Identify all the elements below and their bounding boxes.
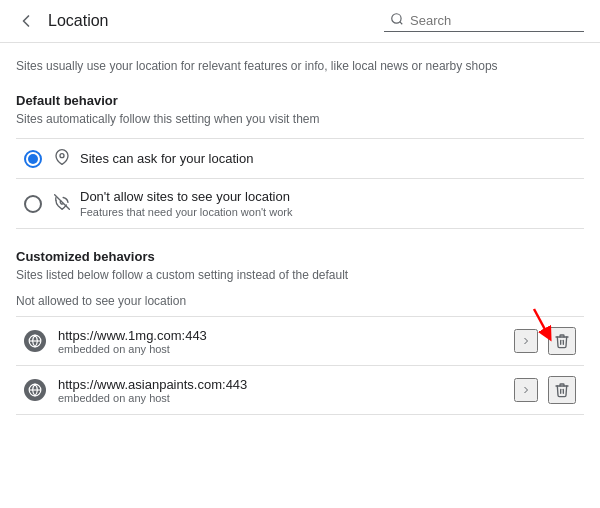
expand-button-1mg[interactable] bbox=[514, 329, 538, 353]
page-header: Location bbox=[0, 0, 600, 43]
location-pin-icon bbox=[54, 149, 70, 168]
expand-button-asianpaints[interactable] bbox=[514, 378, 538, 402]
svg-line-1 bbox=[400, 22, 403, 25]
page-description: Sites usually use your location for rele… bbox=[16, 57, 584, 75]
delete-button-1mg[interactable] bbox=[548, 327, 576, 355]
svg-point-2 bbox=[60, 154, 64, 158]
site-list: https://www.1mg.com:443 embedded on any … bbox=[16, 316, 584, 415]
default-behavior-subtitle: Sites automatically follow this setting … bbox=[16, 112, 584, 126]
site-actions-1mg bbox=[514, 327, 576, 355]
customized-title: Customized behaviors bbox=[16, 249, 584, 264]
radio-option-deny[interactable]: Don't allow sites to see your location F… bbox=[16, 179, 584, 229]
back-button[interactable] bbox=[16, 11, 36, 31]
radio-group: Sites can ask for your location Don' bbox=[16, 138, 584, 229]
radio-circle-deny bbox=[24, 195, 42, 213]
radio-option-allow-text: Sites can ask for your location bbox=[80, 151, 253, 166]
site-info-asianpaints: https://www.asianpaints.com:443 embedded… bbox=[58, 377, 514, 404]
site-url-1mg: https://www.1mg.com:443 bbox=[58, 328, 514, 343]
site-item-1mg: https://www.1mg.com:443 embedded on any … bbox=[16, 317, 584, 366]
radio-circle-allow bbox=[24, 150, 42, 168]
search-input[interactable] bbox=[410, 13, 570, 28]
location-off-icon bbox=[54, 194, 70, 213]
search-icon bbox=[390, 12, 404, 29]
radio-option-allow[interactable]: Sites can ask for your location bbox=[16, 138, 584, 179]
allow-label: Sites can ask for your location bbox=[80, 151, 253, 166]
svg-line-3 bbox=[55, 195, 70, 210]
default-behavior-title: Default behavior bbox=[16, 93, 584, 108]
site-info-1mg: https://www.1mg.com:443 embedded on any … bbox=[58, 328, 514, 355]
site-item-asianpaints: https://www.asianpaints.com:443 embedded… bbox=[16, 366, 584, 415]
site-icon-1mg bbox=[24, 330, 46, 352]
deny-label: Don't allow sites to see your location bbox=[80, 189, 292, 204]
site-icon-asianpaints bbox=[24, 379, 46, 401]
default-behavior-section: Default behavior Sites automatically fol… bbox=[16, 93, 584, 229]
site-url-asianpaints: https://www.asianpaints.com:443 bbox=[58, 377, 514, 392]
svg-point-0 bbox=[392, 14, 401, 23]
customized-behaviors-section: Customized behaviors Sites listed below … bbox=[16, 249, 584, 415]
site-host-1mg: embedded on any host bbox=[58, 343, 514, 355]
site-host-asianpaints: embedded on any host bbox=[58, 392, 514, 404]
radio-option-deny-text: Don't allow sites to see your location F… bbox=[80, 189, 292, 218]
search-bar[interactable] bbox=[384, 10, 584, 32]
deny-subtext: Features that need your location won't w… bbox=[80, 206, 292, 218]
page-title: Location bbox=[48, 12, 384, 30]
customized-subtitle: Sites listed below follow a custom setti… bbox=[16, 268, 584, 282]
main-content: Sites usually use your location for rele… bbox=[0, 43, 600, 502]
not-allowed-title: Not allowed to see your location bbox=[16, 294, 584, 308]
site-actions-asianpaints bbox=[514, 376, 576, 404]
delete-button-asianpaints[interactable] bbox=[548, 376, 576, 404]
